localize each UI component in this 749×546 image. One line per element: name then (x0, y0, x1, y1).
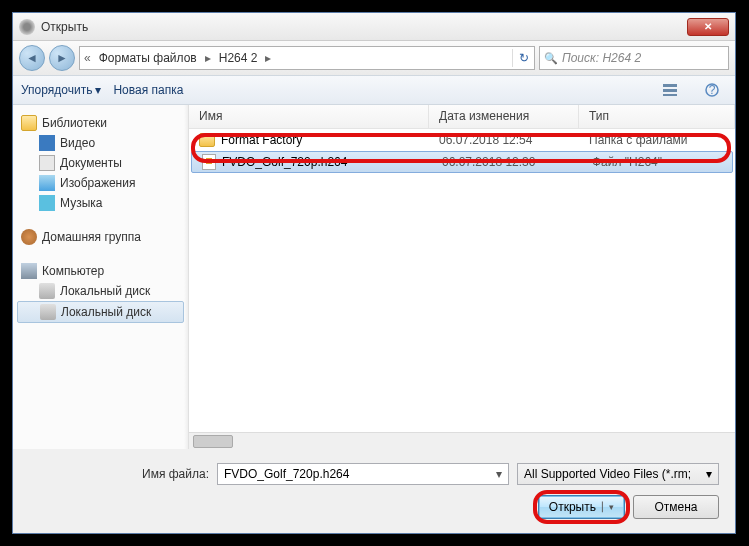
filename-value: FVDO_Golf_720p.h264 (224, 467, 349, 481)
breadcrumb-part[interactable]: H264 2 (215, 49, 262, 67)
sidebar-libraries[interactable]: Библиотеки (13, 113, 188, 133)
filename-label: Имя файла: (29, 467, 209, 481)
back-button[interactable]: ◄ (19, 45, 45, 71)
file-filter-dropdown[interactable]: All Supported Video Files (*.rm; ▾ (517, 463, 719, 485)
footer: Имя файла: FVDO_Golf_720p.h264 ▾ All Sup… (13, 449, 735, 533)
filter-text: All Supported Video Files (*.rm; (524, 467, 691, 481)
sidebar-computer[interactable]: Компьютер (13, 261, 188, 281)
svg-text:?: ? (709, 83, 716, 97)
search-input[interactable]: Поиск: H264 2 (539, 46, 729, 70)
close-button[interactable]: ✕ (687, 18, 729, 36)
cancel-button[interactable]: Отмена (633, 495, 719, 519)
file-name: Format Factory (221, 133, 302, 147)
column-headers: Имя Дата изменения Тип (189, 105, 735, 129)
music-icon (39, 195, 55, 211)
sidebar: Библиотеки Видео Документы Изображения М… (13, 105, 189, 449)
video-icon (39, 135, 55, 151)
chevron-down-icon[interactable]: ▾ (496, 467, 502, 481)
scrollbar-thumb[interactable] (193, 435, 233, 448)
horizontal-scrollbar[interactable] (189, 432, 735, 449)
sidebar-images[interactable]: Изображения (13, 173, 188, 193)
file-type: Файл "H264" (582, 155, 732, 169)
sidebar-documents[interactable]: Документы (13, 153, 188, 173)
chevron-right-icon: ▸ (205, 51, 211, 65)
file-date: 06.07.2018 12:30 (432, 155, 582, 169)
split-chevron-icon[interactable]: ▏▾ (602, 502, 614, 512)
forward-button[interactable]: ► (49, 45, 75, 71)
file-type: Папка с файлами (579, 133, 735, 147)
sidebar-local-disk[interactable]: Локальный диск (13, 281, 188, 301)
sidebar-music[interactable]: Музыка (13, 193, 188, 213)
toolbar: Упорядочить ▾ Новая папка ? (13, 75, 735, 105)
document-icon (39, 155, 55, 171)
refresh-button[interactable]: ↻ (512, 49, 530, 67)
filename-input[interactable]: FVDO_Golf_720p.h264 ▾ (217, 463, 509, 485)
col-date[interactable]: Дата изменения (429, 105, 579, 128)
file-name: FVDO_Golf_720p.h264 (222, 155, 347, 169)
disk-icon (40, 304, 56, 320)
col-type[interactable]: Тип (579, 105, 735, 128)
open-button[interactable]: Открыть▏▾ (538, 495, 625, 519)
open-file-dialog: Открыть ✕ ◄ ► « Форматы файлов ▸ H264 2 … (12, 12, 736, 534)
folder-icon (199, 133, 215, 147)
address-bar[interactable]: « Форматы файлов ▸ H264 2 ▸ ↻ (79, 46, 535, 70)
breadcrumb-part[interactable]: Форматы файлов (95, 49, 201, 67)
sidebar-local-disk[interactable]: Локальный диск (17, 301, 184, 323)
chevron-right-icon: ▸ (265, 51, 271, 65)
file-date: 06.07.2018 12:54 (429, 133, 579, 147)
sidebar-homegroup[interactable]: Домашняя группа (13, 227, 188, 247)
col-name[interactable]: Имя (189, 105, 429, 128)
sidebar-video[interactable]: Видео (13, 133, 188, 153)
organize-button[interactable]: Упорядочить ▾ (21, 83, 101, 97)
view-button[interactable] (655, 79, 685, 101)
svg-rect-0 (663, 84, 677, 87)
help-button[interactable]: ? (697, 79, 727, 101)
search-placeholder: Поиск: H264 2 (562, 51, 641, 65)
library-icon (21, 115, 37, 131)
homegroup-icon (21, 229, 37, 245)
disk-icon (39, 283, 55, 299)
chevron-left-icon: « (84, 51, 91, 65)
computer-icon (21, 263, 37, 279)
file-icon (202, 154, 216, 170)
app-icon (19, 19, 35, 35)
file-list[interactable]: Format Factory06.07.2018 12:54Папка с фа… (189, 129, 735, 432)
file-row[interactable]: FVDO_Golf_720p.h26406.07.2018 12:30Файл … (191, 151, 733, 173)
window-title: Открыть (41, 20, 687, 34)
dialog-body: Библиотеки Видео Документы Изображения М… (13, 105, 735, 449)
chevron-down-icon: ▾ (706, 467, 712, 481)
svg-rect-2 (663, 94, 677, 96)
file-row[interactable]: Format Factory06.07.2018 12:54Папка с фа… (189, 129, 735, 151)
svg-rect-1 (663, 89, 677, 92)
nav-bar: ◄ ► « Форматы файлов ▸ H264 2 ▸ ↻ Поиск:… (13, 41, 735, 75)
image-icon (39, 175, 55, 191)
titlebar: Открыть ✕ (13, 13, 735, 41)
new-folder-button[interactable]: Новая папка (113, 83, 183, 97)
file-pane: Имя Дата изменения Тип Format Factory06.… (189, 105, 735, 449)
chevron-down-icon: ▾ (95, 83, 101, 97)
